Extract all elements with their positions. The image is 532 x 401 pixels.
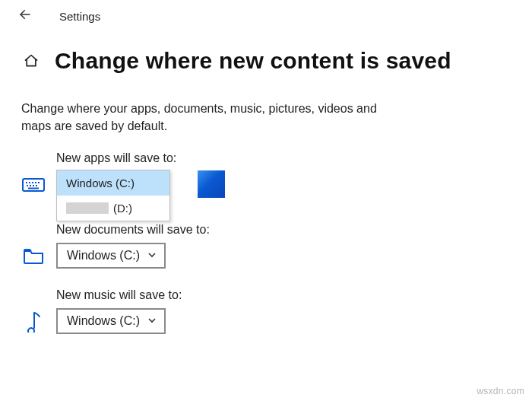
music-drive-dropdown[interactable]: Windows (C:): [56, 308, 166, 334]
section-music: New music will save to: Windows (C:): [0, 269, 532, 334]
watermark: wsxdn.com: [477, 386, 524, 396]
redacted-drive-name: [66, 202, 109, 214]
apps-row: Windows (C:) (D:): [21, 171, 532, 199]
arrow-left-icon: [18, 8, 32, 21]
section-apps: New apps will save to: Windows (C:) (D:): [0, 135, 532, 199]
apps-drive-dropdown-list[interactable]: Windows (C:) (D:): [56, 170, 170, 221]
music-note-icon: [21, 310, 46, 332]
apply-button[interactable]: [198, 170, 225, 198]
page-description: Change where your apps, documents, music…: [0, 81, 426, 135]
keyboard-icon: [21, 174, 46, 196]
documents-label: New documents will save to:: [56, 223, 532, 237]
back-button[interactable]: [14, 6, 36, 27]
chevron-down-icon: [147, 250, 157, 262]
folder-icon: [21, 245, 46, 266]
music-label: New music will save to:: [56, 288, 532, 302]
dropdown-selected: Windows (C:): [67, 249, 140, 263]
page-title-row: Change where new content is saved: [0, 30, 532, 81]
apps-label: New apps will save to:: [56, 151, 532, 165]
dropdown-selected: Windows (C:): [67, 314, 140, 328]
option-label: Windows (C:): [66, 177, 135, 189]
dropdown-option-d[interactable]: (D:): [57, 196, 169, 221]
chevron-down-icon: [147, 316, 157, 327]
home-icon[interactable]: [23, 53, 40, 68]
page-title: Change where new content is saved: [55, 48, 451, 74]
option-label-suffix: (D:): [113, 202, 132, 215]
documents-row: Windows (C:): [21, 243, 532, 269]
app-title: Settings: [59, 10, 100, 23]
music-row: Windows (C:): [21, 308, 532, 334]
dropdown-option-c[interactable]: Windows (C:): [57, 170, 169, 196]
documents-drive-dropdown[interactable]: Windows (C:): [56, 243, 166, 269]
settings-header: Settings: [0, 0, 532, 30]
